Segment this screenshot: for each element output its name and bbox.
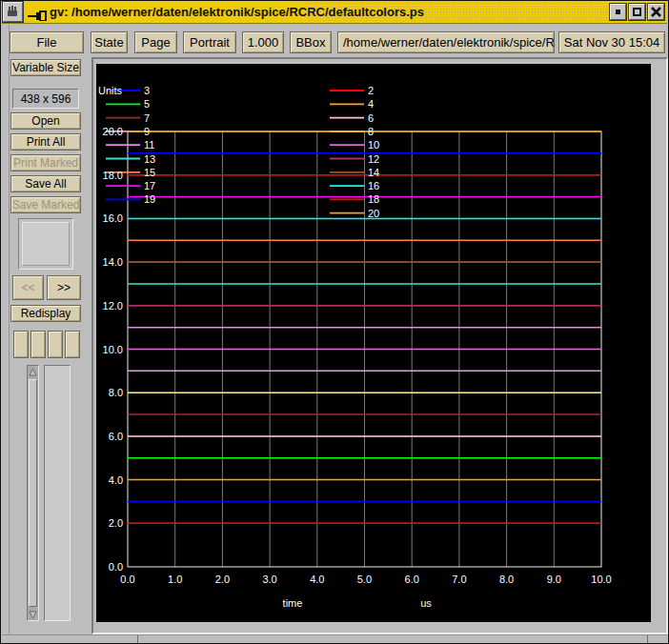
print-all-button[interactable]: Print All	[10, 133, 81, 151]
maximize-icon	[633, 8, 641, 16]
titlebar[interactable]: gv: /home/werner/daten/elektronik/spice/…	[2, 2, 667, 24]
maximize-button[interactable]	[629, 4, 645, 20]
legend-label-6: 6	[368, 112, 374, 124]
legend-label-9: 9	[144, 126, 150, 137]
scroll-up-button[interactable]	[28, 366, 38, 377]
legend-label-19: 19	[144, 193, 155, 205]
border-notch	[137, 635, 138, 643]
page-number-list[interactable]	[44, 365, 71, 621]
y-tick-label: 2.0	[109, 517, 123, 529]
x-tick-label: 0.0	[120, 574, 134, 585]
window-border-line	[9, 25, 10, 635]
legend-label-4: 4	[368, 98, 374, 110]
y-tick-label: 4.0	[109, 474, 123, 486]
scroll-down-button[interactable]	[28, 609, 38, 620]
redisplay-button[interactable]: Redisplay	[10, 305, 81, 322]
y-axis-title: Units	[98, 85, 123, 96]
x-tick-label: 6.0	[405, 574, 419, 585]
hand-icon	[7, 6, 19, 18]
y-tick-label: 14.0	[103, 256, 123, 268]
variable-size-button[interactable]: Variable Size	[10, 59, 81, 76]
legend-label-2: 2	[368, 85, 374, 96]
page-menu-button[interactable]: Page	[134, 31, 177, 53]
down-arrow-icon	[29, 611, 37, 619]
up-arrow-icon	[29, 368, 37, 376]
scale-button[interactable]: 1.000	[242, 31, 284, 53]
x-tick-label: 2.0	[215, 574, 230, 585]
legend-label-12: 12	[368, 153, 379, 165]
legend-label-20: 20	[368, 208, 379, 219]
y-tick-label: 18.0	[103, 170, 123, 181]
marker-box-2[interactable]	[30, 331, 46, 358]
x-tick-label: 5.0	[357, 574, 372, 585]
window-bottom-border	[2, 634, 667, 642]
page-locator-thumbnail	[18, 218, 73, 270]
next-page-button[interactable]: >>	[47, 275, 81, 300]
save-all-button[interactable]: Save All	[10, 175, 81, 192]
close-button[interactable]	[648, 4, 664, 20]
y-tick-label: 6.0	[109, 431, 123, 442]
file-path-field[interactable]: /home/werner/daten/elektronik/spice/RC	[337, 31, 555, 53]
legend-label-17: 17	[144, 180, 155, 191]
x-tick-label: 10.0	[591, 574, 611, 585]
save-marked-button: Save Marked	[10, 196, 81, 213]
iconify-icon	[616, 10, 620, 14]
marker-box-1[interactable]	[13, 331, 29, 358]
x-axis-unit-label: us	[420, 597, 432, 609]
y-tick-label: 12.0	[103, 300, 123, 312]
bbox-button[interactable]: BBox	[290, 31, 332, 53]
chart-svg: 0.02.04.06.08.010.012.014.016.018.020.00…	[96, 64, 651, 622]
legend-label-8: 8	[368, 126, 374, 137]
y-tick-label: 20.0	[103, 126, 123, 137]
x-axis-title: time	[283, 597, 303, 609]
postscript-page-canvas[interactable]: 0.02.04.06.08.010.012.014.016.018.020.00…	[96, 64, 651, 622]
legend-label-10: 10	[368, 139, 379, 151]
window-menu-button[interactable]	[3, 2, 23, 22]
gv-window: gv: /home/werner/daten/elektronik/spice/…	[0, 0, 669, 644]
document-viewport: 0.02.04.06.08.010.012.014.016.018.020.00…	[91, 57, 668, 634]
page-list-scrollbar[interactable]	[27, 365, 39, 621]
page-locator-inner	[22, 222, 70, 266]
legend-label-11: 11	[144, 139, 154, 151]
legend-label-16: 16	[368, 180, 379, 191]
legend-label-3: 3	[144, 85, 150, 96]
page-size-display: 438 x 596	[12, 89, 79, 109]
scrollbar-thumb[interactable]	[29, 379, 37, 607]
open-button[interactable]: Open	[10, 112, 81, 130]
y-tick-label: 0.0	[109, 561, 123, 573]
x-tick-label: 8.0	[499, 574, 514, 585]
marker-box-4[interactable]	[65, 331, 80, 358]
legend-label-7: 7	[144, 112, 150, 124]
window-title: gv: /home/werner/daten/elektronik/spice/…	[50, 5, 424, 19]
datetime-label: Sat Nov 30 15:04	[558, 31, 665, 53]
state-menu-button[interactable]: State	[91, 31, 128, 53]
pin-icon	[28, 8, 47, 25]
prev-page-button: <<	[12, 275, 44, 300]
x-tick-label: 4.0	[310, 574, 324, 585]
y-tick-label: 10.0	[103, 344, 123, 355]
legend-label-14: 14	[368, 167, 379, 178]
legend-label-13: 13	[144, 153, 155, 165]
window-controls	[610, 4, 664, 20]
orientation-button[interactable]: Portrait	[183, 31, 236, 53]
legend-label-5: 5	[144, 98, 150, 110]
x-tick-label: 3.0	[262, 574, 276, 585]
file-menu-button[interactable]: File	[10, 31, 84, 53]
y-tick-label: 16.0	[103, 212, 123, 224]
print-marked-button: Print Marked	[10, 154, 81, 171]
y-tick-label: 8.0	[109, 387, 123, 398]
marker-box-3[interactable]	[48, 331, 63, 358]
close-icon	[651, 7, 661, 17]
legend-label-18: 18	[368, 193, 379, 205]
iconify-button[interactable]	[610, 4, 626, 20]
border-notch	[647, 635, 648, 643]
legend-label-15: 15	[144, 167, 155, 178]
x-tick-label: 9.0	[547, 574, 561, 585]
x-tick-label: 1.0	[168, 574, 182, 585]
x-tick-label: 7.0	[452, 574, 466, 585]
